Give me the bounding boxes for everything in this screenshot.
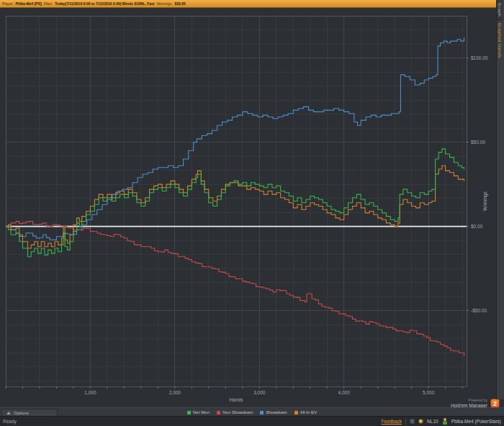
- x-tick-label: 2,000: [169, 390, 181, 395]
- series-showdown: [6, 37, 464, 240]
- legend-item-non-showdown[interactable]: Non Showdown: [217, 410, 253, 414]
- y-axis-title: Winnings: [482, 191, 488, 210]
- tab-graphed-hands[interactable]: Graphed Hands: [497, 20, 503, 61]
- active-player-name[interactable]: Pblka-Me4 (PokerStars): [451, 419, 501, 424]
- winnings-label: Winnings:: [157, 1, 173, 6]
- legend-label: All-In EV: [300, 410, 317, 414]
- filter-value: Today(7/11/2016 0:00 to 7/12/2016 0:00) …: [55, 1, 154, 6]
- series-lines: [6, 37, 464, 356]
- y-tick-label: $50.00: [471, 140, 485, 145]
- legend-item-net-won[interactable]: Net Won: [187, 410, 210, 414]
- status-bar-right: Feedback NL10 Pblka-Me4 (PokerStars): [382, 418, 501, 425]
- player-icon: [442, 418, 448, 425]
- series-all-in-ev: [6, 166, 464, 248]
- holdem-manager-graph-window: Player: Pblka-Me4 [PS] Filter: Today(7/1…: [0, 0, 504, 426]
- series-non-showdown: [6, 222, 464, 356]
- legend-item-all-in-ev[interactable]: All-In EV: [294, 410, 317, 414]
- x-tick-label: 5,000: [423, 390, 435, 395]
- status-text: Ready: [3, 419, 17, 424]
- filter-icon[interactable]: [410, 419, 415, 424]
- x-tick-label: 1,000: [84, 390, 96, 395]
- bottom-panel: Options Net WonNon ShowdownShowdownAll-I…: [0, 407, 504, 416]
- y-tick-label: $0.00: [471, 224, 483, 229]
- winnings-graph: $100.00$50.00$0.00-$50.001,0002,0003,000…: [0, 8, 504, 407]
- tab-graph[interactable]: Graph: [497, 0, 503, 20]
- legend-item-showdown[interactable]: Showdown: [260, 410, 287, 414]
- feedback-link[interactable]: Feedback: [382, 419, 402, 424]
- legend-label: Net Won: [193, 410, 210, 414]
- legend-swatch: [260, 411, 264, 414]
- status-bar: Ready Feedback NL10 Pblka-Me4 (PokerStar…: [0, 416, 504, 426]
- side-tab-strip: Graph Graphed Hands: [496, 0, 504, 399]
- legend-label: Non Showdown: [222, 410, 253, 414]
- y-tick-label: $100.00: [471, 55, 488, 60]
- player-label: Player:: [2, 1, 14, 6]
- x-tick-label: 4,000: [338, 390, 351, 395]
- legend-swatch: [294, 411, 298, 414]
- x-tick-label: 3,000: [253, 390, 266, 395]
- coin-stack-icon: [418, 419, 423, 424]
- y-tick-label: -$50.00: [471, 308, 487, 313]
- stakes-label[interactable]: NL10: [427, 419, 438, 424]
- x-axis-title: Hands: [230, 397, 244, 402]
- filter-label: Filter:: [44, 1, 53, 6]
- divider: [405, 419, 406, 425]
- legend-swatch: [217, 411, 220, 414]
- collapse-arrow-icon: [6, 412, 11, 414]
- graph-title-bar: Player: Pblka-Me4 [PS] Filter: Today(7/1…: [0, 0, 504, 8]
- winnings-value: $33.65: [174, 1, 185, 6]
- legend-swatch: [187, 411, 191, 414]
- graph-canvas: $100.00$50.00$0.00-$50.001,0002,0003,000…: [0, 8, 496, 407]
- player-value: Pblka-Me4 [PS]: [16, 1, 42, 6]
- legend-label: Showdown: [266, 410, 287, 414]
